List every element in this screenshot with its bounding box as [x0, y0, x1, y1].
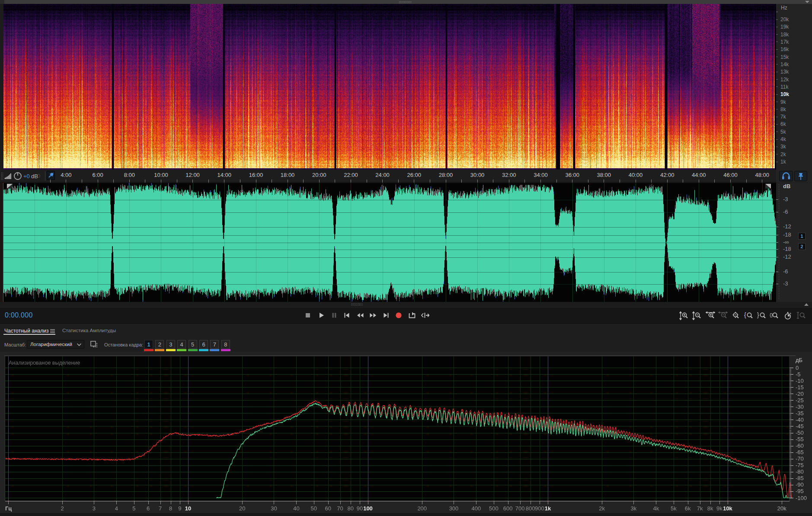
svg-text:{}: {}: [770, 312, 773, 317]
svg-text:}: }: [757, 311, 759, 318]
svg-text:{: {: [744, 311, 746, 318]
